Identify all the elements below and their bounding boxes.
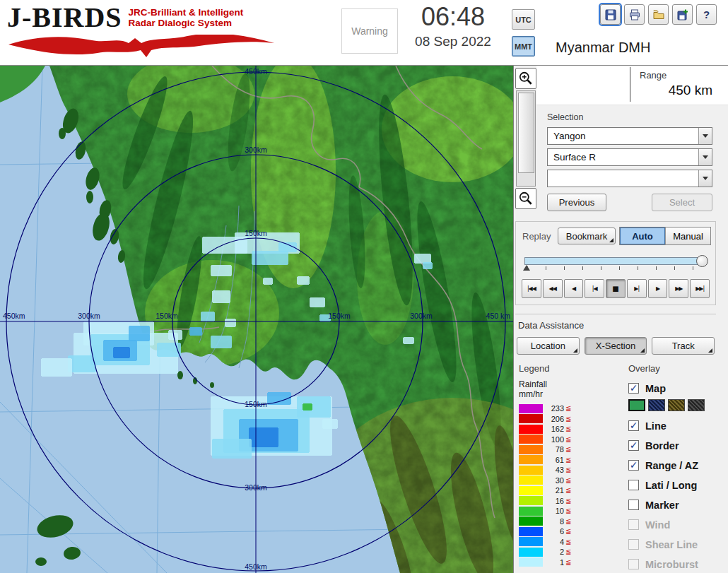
legend-row: 2≦ — [519, 547, 623, 557]
help-button[interactable]: ? — [696, 4, 717, 25]
slider-ticks — [527, 266, 697, 270]
overlay-item-map[interactable]: ✓Map — [628, 379, 722, 397]
replay-section: Replay Bookmark Auto Manual |◀◀◀◀◀|◀■▶|▶… — [515, 221, 716, 305]
location-button[interactable]: Location — [517, 337, 580, 355]
zoom-slider[interactable] — [516, 90, 536, 187]
x-section-button[interactable]: X-Section — [585, 337, 647, 355]
svg-text:150km: 150km — [245, 229, 267, 237]
legend-value: 78 — [546, 445, 564, 454]
replay-mode-toggle: Auto Manual — [619, 227, 711, 245]
site-dropdown[interactable]: Yangon — [547, 127, 712, 145]
checkbox[interactable] — [628, 480, 639, 490]
checkbox — [628, 559, 639, 569]
warning-indicator: Warning — [341, 8, 398, 54]
svg-text:300km: 300km — [410, 312, 433, 320]
print-button[interactable] — [624, 4, 645, 25]
bookmark-button[interactable]: Bookmark — [558, 228, 616, 244]
checkbox[interactable] — [628, 500, 639, 510]
zoom-out-button[interactable] — [515, 188, 536, 209]
product-dropdown[interactable]: Surface R — [547, 148, 712, 166]
checkbox[interactable]: ✓ — [628, 383, 639, 394]
legend-value: 43 — [546, 466, 564, 474]
transport-button-1[interactable]: ◀◀ — [543, 279, 563, 298]
map-swatch[interactable] — [668, 399, 685, 411]
replay-time-slider[interactable] — [523, 255, 708, 272]
product-dropdown-arrow[interactable] — [698, 149, 712, 165]
transport-button-3[interactable]: |◀ — [585, 279, 604, 298]
range-value: 450 km — [669, 83, 712, 98]
legend-row: 4≦ — [519, 537, 623, 548]
print-icon — [628, 8, 642, 22]
transport-button-5[interactable]: ▶| — [627, 279, 647, 298]
transport-button-6[interactable]: ▶ — [648, 279, 668, 298]
warning-label: Warning — [351, 25, 388, 37]
site-dropdown-value: Yangon — [548, 128, 698, 144]
import-button[interactable] — [672, 4, 693, 25]
legend-color-swatch — [519, 496, 543, 505]
svg-text:450km: 450km — [3, 312, 25, 320]
legend-value: 162 — [546, 425, 564, 433]
transport-button-8[interactable]: ▶▶| — [690, 279, 710, 298]
map-swatch[interactable] — [628, 399, 645, 411]
option-dropdown-arrow[interactable] — [698, 170, 712, 187]
product-dropdown-value: Surface R — [548, 149, 698, 165]
option-dropdown[interactable] — [547, 170, 712, 187]
utc-button[interactable]: UTC — [512, 9, 535, 30]
map-swatch[interactable] — [648, 399, 665, 411]
transport-button-4[interactable]: ■ — [606, 279, 626, 298]
checkbox[interactable]: ✓ — [628, 440, 639, 451]
map-swatch[interactable] — [688, 399, 705, 411]
overlay-item-label: Map — [645, 383, 666, 394]
logo-title: J-BIRDS — [7, 2, 122, 33]
overlay-item-line[interactable]: ✓Line — [628, 417, 722, 435]
legend-unit-line1: Rainfall — [519, 379, 623, 389]
overlay-item-label: Marker — [645, 500, 679, 511]
slider-handle[interactable] — [696, 255, 708, 267]
overlay-item-wind: Wind — [628, 516, 722, 533]
legend-color-swatch — [519, 507, 543, 516]
track-button[interactable]: Track — [652, 337, 715, 355]
select-button[interactable]: Select — [652, 194, 712, 211]
data-assistance-section: Data Assistance LocationX-SectionTrack — [515, 314, 716, 355]
overlay-item-marker[interactable]: Marker — [628, 496, 722, 514]
legend-row: 100≦ — [519, 435, 623, 445]
legend-unit-line2: mm/hr — [519, 389, 623, 399]
transport-button-2[interactable]: ◀ — [564, 279, 584, 298]
legend-row: 162≦ — [519, 424, 623, 435]
data-assistance-buttons: LocationX-SectionTrack — [515, 337, 716, 355]
overlay-item-label: Lati / Long — [645, 480, 697, 491]
checkbox[interactable]: ✓ — [628, 460, 639, 471]
transport-button-7[interactable]: ▶▶ — [669, 279, 688, 298]
overlay-item-label: Shear Line — [645, 539, 698, 550]
zoom-in-button[interactable] — [515, 68, 536, 89]
legend-value: 2 — [546, 548, 564, 556]
open-folder-button[interactable] — [648, 4, 669, 25]
zoom-slider-thumb[interactable] — [518, 93, 534, 173]
site-dropdown-arrow[interactable] — [698, 128, 712, 144]
legend-row: 43≦ — [519, 465, 623, 475]
legend-value: 10 — [546, 507, 564, 515]
legend-unit: Rainfall mm/hr — [519, 379, 623, 399]
save-button[interactable] — [600, 4, 621, 25]
overlay-item-range-az[interactable]: ✓Range / AZ — [628, 456, 722, 474]
clock: 06:48 08 Sep 2022 — [400, 2, 506, 50]
manual-mode-button[interactable]: Manual — [665, 228, 710, 244]
svg-text:300km: 300km — [245, 146, 267, 154]
slider-track[interactable] — [524, 257, 701, 265]
auto-mode-button[interactable]: Auto — [620, 228, 665, 244]
clock-date: 08 Sep 2022 — [400, 33, 506, 50]
checkbox[interactable]: ✓ — [628, 420, 639, 431]
legend-row: 10≦ — [519, 506, 623, 516]
transport-button-0[interactable]: |◀◀ — [522, 279, 541, 298]
map-color-swatches — [628, 399, 722, 413]
station-name: Myanmar DMH — [556, 40, 650, 56]
legend-color-swatch — [519, 425, 543, 434]
overlay-item-lati-long[interactable]: Lati / Long — [628, 476, 722, 494]
legend-value: 16 — [546, 497, 564, 505]
previous-button[interactable]: Previous — [547, 194, 606, 211]
legend-color-swatch — [519, 548, 543, 557]
mmt-button[interactable]: MMT — [512, 36, 535, 57]
overlay-item-border[interactable]: ✓Border — [628, 437, 722, 454]
legend-row: 233≦ — [519, 403, 623, 414]
radar-map[interactable]: 450km 300km 150km 150km 300km 450km 450k… — [0, 66, 513, 573]
